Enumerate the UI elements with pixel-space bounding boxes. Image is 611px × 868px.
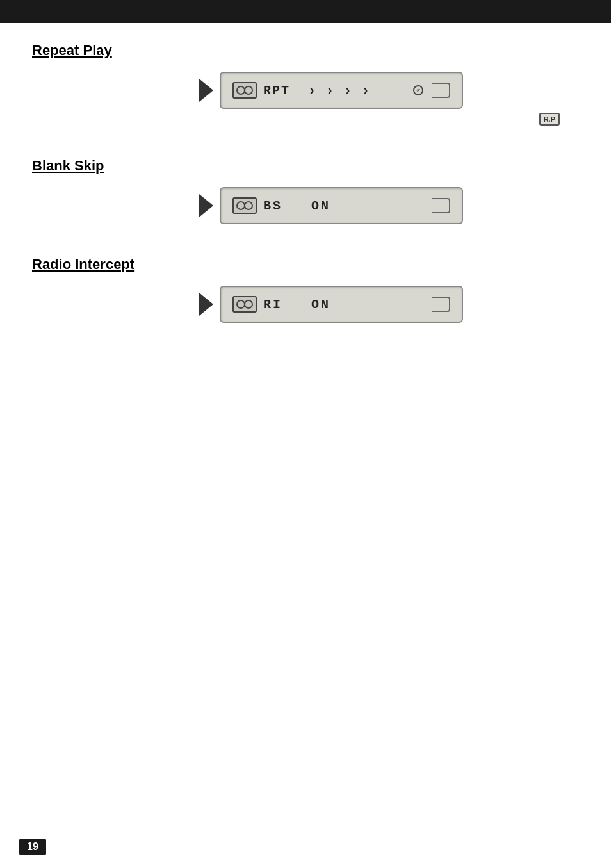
page-number-badge: 19: [19, 839, 46, 855]
rpt-annotation-wrapper: R.P: [539, 113, 560, 126]
top-bar: [0, 0, 611, 23]
main-content: Repeat Play RPT › › › › ⊙ R.P Blank Skip: [0, 23, 611, 387]
blank-skip-display-wrapper: BS ON: [83, 187, 579, 224]
cassette-icon-bs: [232, 197, 257, 214]
blank-skip-lcd: BS ON: [220, 187, 463, 224]
section-radio-intercept: Radio Intercept RI ON: [32, 256, 579, 323]
repeat-play-heading: Repeat Play: [32, 42, 579, 59]
radio-intercept-display-wrapper: RI ON: [83, 286, 579, 323]
radio-intercept-lcd: RI ON: [220, 286, 463, 323]
rpt-lcd-text: RPT › › › ›: [263, 83, 411, 98]
radio-intercept-heading: Radio Intercept: [32, 256, 579, 273]
cassette-icon-ri: [232, 296, 257, 313]
section-repeat-play: Repeat Play RPT › › › › ⊙ R.P: [32, 42, 579, 126]
rpt-annotation-box: R.P: [539, 113, 560, 126]
ri-lcd-text: RI ON: [263, 297, 345, 312]
blank-skip-heading: Blank Skip: [32, 158, 579, 174]
lcd-end-corner-rpt: [432, 83, 450, 98]
repeat-circle-icon: ⊙: [413, 85, 423, 95]
page-number-container: 19: [19, 839, 46, 855]
cassette-icon-rpt: [232, 82, 257, 99]
lcd-end-corner-bs: [432, 198, 450, 213]
blank-skip-arrow: [199, 194, 213, 217]
repeat-play-display-wrapper: RPT › › › › ⊙ R.P: [83, 72, 579, 126]
bs-lcd-text: BS ON: [263, 199, 345, 213]
lcd-end-corner-ri: [432, 297, 450, 312]
repeat-play-arrow: [199, 79, 213, 102]
repeat-play-lcd: RPT › › › › ⊙: [220, 72, 463, 109]
section-blank-skip: Blank Skip BS ON: [32, 158, 579, 224]
radio-intercept-arrow: [199, 293, 213, 316]
